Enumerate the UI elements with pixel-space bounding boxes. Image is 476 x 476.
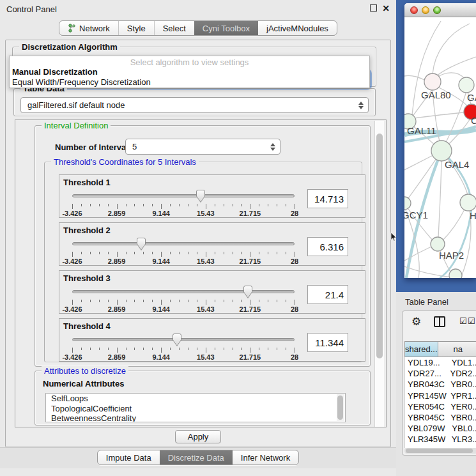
table-data-combobox[interactable]: galFiltered.sif default node [20, 97, 369, 113]
tab-impute-data[interactable]: Impute Data [98, 450, 160, 464]
tick-label: 9.144 [152, 210, 170, 217]
network-node-h[interactable] [460, 194, 476, 211]
slider-track[interactable] [72, 194, 295, 197]
threshold-value-field[interactable] [307, 237, 348, 256]
number-of-intervals-label: Number of Intervals [55, 142, 133, 152]
slider-ticks [72, 252, 295, 257]
threshold-value-field[interactable] [307, 189, 348, 208]
close-window-icon[interactable] [410, 6, 418, 14]
tick-label: 15.43 [197, 210, 215, 217]
table-row[interactable]: YBL079WYBL0... [405, 423, 476, 434]
dropdown-option-manual[interactable]: Manual Discretization [10, 67, 369, 77]
list-scrollbar-thumb[interactable] [337, 395, 343, 420]
float-window-button[interactable] [370, 4, 377, 13]
table-panel-title: Table Panel [405, 297, 449, 307]
column-header-shared-name[interactable]: shared... [404, 341, 438, 357]
settings-scrollbar[interactable] [374, 121, 384, 427]
svg-text:GA: GA [467, 92, 476, 103]
close-icon: ✕ [382, 3, 390, 13]
list-scrollbar[interactable] [337, 394, 344, 421]
tick-label: -3.426 [62, 210, 82, 217]
apply-button[interactable]: Apply [175, 430, 221, 443]
slider-track[interactable] [72, 242, 295, 245]
tab-network[interactable]: Network [59, 21, 118, 35]
tab-infer-network[interactable]: Infer Network [233, 450, 298, 464]
discretization-algorithm-title: Discretization Algorithm [19, 42, 120, 52]
table-row[interactable]: YBR045CYBR0... [405, 412, 476, 423]
select-all-button[interactable]: ☑ [459, 316, 467, 326]
tab-cyni-toolbox[interactable]: Cyni Toolbox [194, 21, 258, 35]
threshold-panel: Threshold 3 -3.4262.8599.14415.4321.7152… [59, 270, 365, 314]
network-node-gcy1[interactable] [404, 197, 411, 210]
tick-label: 2.859 [108, 257, 126, 265]
table-row[interactable]: YER054CYER0... [405, 401, 476, 412]
cyni-toolbox-panel: Discretization Algorithm Select algorith… [5, 40, 391, 447]
slider-tick-labels: -3.4262.8599.14415.4321.71528 [72, 305, 295, 313]
network-node-gal4[interactable] [431, 141, 452, 161]
list-item[interactable]: SelfLoops [46, 394, 345, 404]
column-header-name[interactable]: na [438, 341, 476, 357]
dropdown-option-equal-width[interactable]: Equal Width/Frequency Discretization [10, 77, 369, 88]
network-node-bottom-partial[interactable] [449, 269, 462, 278]
network-node-gal80[interactable] [424, 73, 441, 90]
select-column-button[interactable]: ☑ [468, 316, 475, 326]
list-item[interactable]: TopologicalCoefficient [46, 404, 345, 414]
table-hscrollbar[interactable] [404, 448, 476, 454]
slider-tick-labels: -3.4262.8599.14415.4321.71528 [72, 353, 295, 361]
tab-style[interactable]: Style [118, 21, 154, 35]
minimize-window-icon[interactable] [422, 6, 429, 14]
tab-jactivemnodules[interactable]: jActiveMNodules [258, 21, 337, 35]
tick-label: 21.715 [240, 353, 261, 361]
slider-thumb[interactable] [135, 237, 147, 251]
dropdown-hint: Select algorithm to view settings [10, 56, 369, 67]
slider-track[interactable] [72, 338, 295, 341]
control-panel-title: Control Panel [6, 4, 57, 14]
slider-thumb[interactable] [171, 333, 183, 347]
column-layout-button[interactable] [434, 316, 445, 327]
table-row[interactable]: YDL19...YDL1... [405, 357, 476, 368]
list-item[interactable]: BetweennessCentrality [46, 413, 345, 422]
table-data-group: Table Data galFiltered.sif default node [13, 88, 376, 116]
threshold-panel: Threshold 4 -3.4262.8599.14415.4321.7152… [59, 318, 365, 362]
tick-label: 2.859 [108, 353, 126, 361]
svg-text:H: H [470, 210, 476, 221]
slider-track[interactable] [72, 290, 295, 293]
control-panel-titlebar: Control Panel ✕ [0, 0, 396, 18]
table-toolbar: ⚙ ☑ ☑ [403, 315, 476, 330]
table-row[interactable]: YPR145WYPR1... [405, 390, 476, 401]
slider-ticks [72, 300, 295, 305]
attributes-list[interactable]: SelfLoopsTopologicalCoefficientBetweenne… [45, 393, 346, 422]
slider-tick-labels: -3.4262.8599.14415.4321.71528 [72, 210, 295, 217]
threshold-value-field[interactable] [307, 333, 348, 352]
network-node-hap2[interactable] [431, 237, 445, 251]
slider-ticks [72, 348, 295, 353]
tick-label: 2.859 [108, 305, 126, 313]
slider-thumb[interactable] [195, 189, 206, 203]
slider-ticks [72, 204, 295, 210]
tick-label: -3.426 [62, 305, 82, 313]
network-window-titlebar[interactable] [404, 3, 476, 17]
network-node-top-right[interactable] [459, 77, 474, 93]
number-of-intervals-combobox[interactable]: 5 [125, 139, 280, 155]
table-settings-button[interactable]: ⚙ [411, 315, 421, 328]
combo-stepper-icon [270, 143, 275, 151]
table-row[interactable]: YBR043CYBR0... [405, 379, 476, 390]
tab-discretize-data[interactable]: Discretize Data [160, 450, 233, 464]
tab-select[interactable]: Select [154, 21, 194, 35]
svg-text:HAP2: HAP2 [439, 250, 464, 261]
close-panel-button[interactable]: ✕ [382, 4, 390, 13]
table-row[interactable]: YDR27...YDR2... [405, 368, 476, 379]
settings-scrollbar-thumb[interactable] [376, 134, 383, 358]
attributes-list-items: SelfLoopsTopologicalCoefficientBetweenne… [46, 394, 345, 422]
table-hscrollbar-thumb[interactable] [406, 449, 473, 453]
table-panel: Table Panel ⚙ ☑ ☑ shared... na YDL19...Y… [396, 292, 476, 476]
tick-label: 21.715 [240, 305, 261, 313]
slider-thumb[interactable] [242, 285, 254, 299]
network-canvas[interactable]: GAL80 GA C GAL11 GAL4 GCY1 H HAP2 [404, 17, 476, 278]
threshold-value-field[interactable] [307, 285, 348, 304]
zoom-window-icon[interactable] [433, 6, 441, 14]
attributes-group: Attributes to discretize Numerical Attri… [35, 371, 371, 426]
table-row[interactable]: YLR345WYLR3... [405, 434, 476, 445]
threshold-panel: Threshold 2 -3.4262.8599.14415.4321.7152… [59, 222, 365, 266]
tick-label: 21.715 [240, 210, 261, 217]
